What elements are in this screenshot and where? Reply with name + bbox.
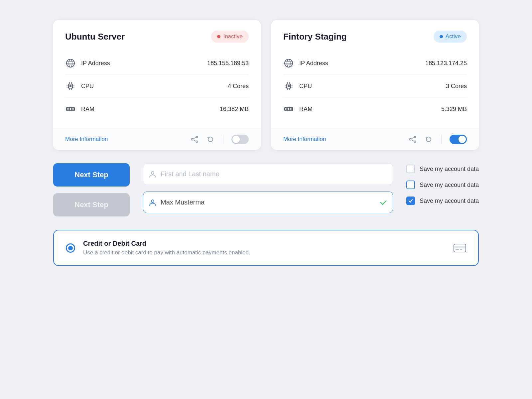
payment-card: Credit or Debit Card Use a credit or deb… [53, 230, 479, 266]
svg-rect-35 [288, 85, 290, 87]
ubuntu-status-badge: Inactive [211, 31, 249, 43]
footer-divider-2 [441, 135, 442, 144]
checkbox-1[interactable] [406, 165, 415, 173]
ubuntu-more-info-link[interactable]: More Information [65, 136, 183, 143]
ubuntu-cpu-value: 4 Cores [228, 83, 249, 90]
person-icon-filled [149, 199, 156, 206]
svg-rect-19 [72, 108, 73, 110]
svg-point-26 [196, 141, 198, 143]
checkbox-row-3: Save my account data [406, 197, 479, 205]
fintory-server-card: Fintory Staging Active [271, 20, 479, 150]
checkbox-label-2: Save my account data [420, 182, 479, 189]
ubuntu-ram-label: RAM [81, 106, 214, 113]
credit-card-icon [454, 243, 466, 253]
footer-divider [223, 135, 223, 144]
ubuntu-cpu-label: CPU [81, 83, 222, 90]
payment-title: Credit or Debit Card [83, 240, 446, 247]
checkbox-row-2: Save my account data [406, 181, 479, 189]
next-step-active-button[interactable]: Next Step [53, 163, 130, 187]
checkboxes-column: Save my account data Save my account dat… [406, 163, 479, 205]
svg-point-53 [414, 136, 416, 138]
name-input-filled-wrapper [143, 192, 393, 213]
fintory-title: Fintory Staging [283, 32, 347, 42]
cpu-icon-2 [283, 81, 294, 91]
checkmark-icon [380, 199, 387, 206]
svg-point-25 [192, 139, 193, 140]
name-input-filled[interactable] [143, 192, 393, 213]
svg-point-58 [151, 172, 154, 174]
ubuntu-status-dot [217, 35, 220, 38]
fintory-status-dot [440, 35, 443, 38]
refresh-icon[interactable] [206, 135, 215, 144]
checkbox-3[interactable] [406, 197, 415, 205]
svg-line-27 [193, 137, 196, 139]
fintory-ram-label: RAM [299, 106, 436, 113]
share-icon-2[interactable] [408, 135, 417, 144]
svg-point-24 [196, 136, 198, 138]
payment-description: Use a credit or debit card to pay with a… [83, 249, 446, 256]
checkbox-2[interactable] [406, 181, 415, 189]
fintory-ram-value: 5.329 MB [441, 106, 467, 113]
ram-icon-2 [283, 104, 294, 114]
radio-inner-dot [68, 246, 73, 250]
svg-rect-61 [454, 246, 466, 248]
cpu-icon [65, 81, 76, 91]
svg-rect-62 [456, 249, 459, 250]
svg-point-55 [414, 141, 416, 143]
buttons-column: Next Step Next Step [53, 163, 130, 216]
ubuntu-ip-label: IP Address [81, 60, 202, 67]
checkbox-row-1: Save my account data [406, 165, 479, 173]
svg-rect-48 [291, 108, 292, 110]
ubuntu-title: Ubuntu Server [65, 32, 125, 42]
globe-icon [65, 58, 76, 68]
fintory-cpu-row: CPU 3 Cores [283, 75, 467, 98]
ubuntu-cpu-row: CPU 4 Cores [65, 75, 249, 98]
fintory-ip-value: 185.123.174.25 [425, 60, 467, 67]
svg-rect-63 [460, 249, 462, 250]
server-cards-row: Ubuntu Server Inactive [53, 20, 479, 150]
checkbox-label-3: Save my account data [420, 198, 479, 204]
fintory-cpu-value: 3 Cores [446, 83, 467, 90]
fintory-ip-label: IP Address [299, 60, 420, 67]
svg-rect-47 [289, 108, 290, 110]
ubuntu-ip-value: 185.155.189.53 [207, 60, 249, 67]
ubuntu-ip-row: IP Address 185.155.189.53 [65, 52, 249, 75]
inputs-column [143, 163, 393, 213]
svg-line-28 [193, 140, 196, 141]
fintory-ram-row: RAM 5.329 MB [283, 98, 467, 120]
svg-rect-45 [286, 108, 287, 110]
svg-point-59 [151, 200, 154, 202]
svg-rect-17 [69, 108, 70, 110]
name-input-empty-wrapper [143, 163, 393, 185]
svg-line-56 [411, 137, 414, 139]
svg-rect-18 [71, 108, 72, 110]
person-icon-empty [149, 171, 156, 178]
fintory-toggle[interactable] [450, 135, 467, 144]
payment-radio[interactable] [66, 243, 75, 253]
payment-text-block: Credit or Debit Card Use a credit or deb… [83, 240, 446, 256]
ubuntu-ram-row: RAM 16.382 MB [65, 98, 249, 120]
form-section: Next Step Next Step [53, 163, 479, 216]
ubuntu-server-card: Ubuntu Server Inactive [53, 20, 261, 150]
fintory-more-info-link[interactable]: More Information [283, 136, 401, 143]
svg-rect-16 [67, 108, 68, 110]
ram-icon [65, 104, 76, 114]
globe-icon-2 [283, 58, 294, 68]
checkbox-label-1: Save my account data [420, 166, 479, 173]
svg-line-57 [411, 140, 414, 141]
refresh-icon-2[interactable] [424, 135, 433, 144]
svg-rect-46 [287, 108, 288, 110]
ubuntu-ram-value: 16.382 MB [220, 106, 249, 113]
main-container: Ubuntu Server Inactive [53, 20, 479, 266]
svg-point-54 [410, 139, 411, 140]
name-input-empty[interactable] [143, 163, 393, 185]
fintory-cpu-label: CPU [299, 83, 441, 90]
fintory-ip-row: IP Address 185.123.174.25 [283, 52, 467, 75]
fintory-status-badge: Active [434, 31, 467, 43]
svg-rect-6 [69, 85, 71, 87]
share-icon[interactable] [190, 135, 199, 144]
ubuntu-toggle[interactable] [231, 135, 249, 144]
next-step-inactive-button[interactable]: Next Step [53, 193, 130, 216]
